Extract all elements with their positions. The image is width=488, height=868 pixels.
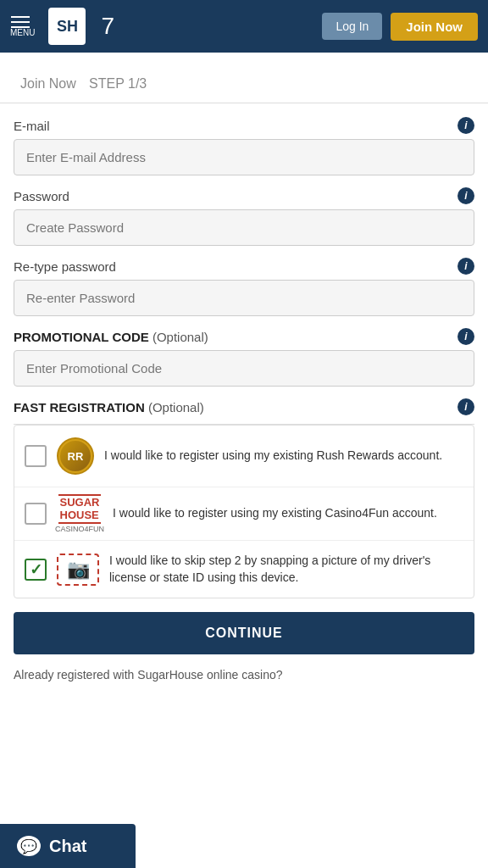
rush-rewards-checkbox[interactable] — [25, 445, 47, 467]
menu-label: MENU — [10, 28, 35, 37]
password-label-row: Password i — [14, 187, 474, 204]
promo-code-label: PROMOTIONAL CODE (Optional) — [14, 330, 208, 344]
rush-rewards-logo: RR — [57, 437, 94, 475]
logo-text: SH — [57, 18, 78, 36]
email-label-row: E-mail i — [14, 117, 474, 134]
retype-password-label-row: Re-type password i — [14, 258, 474, 275]
fast-registration-info-icon[interactable]: i — [458, 398, 474, 415]
fast-registration-label-row: FAST REGISTRATION (Optional) i — [0, 398, 488, 415]
logo: SH — [48, 8, 86, 45]
retype-password-label: Re-type password — [14, 259, 116, 274]
promo-code-field-group: PROMOTIONAL CODE (Optional) i — [14, 328, 474, 387]
password-input[interactable] — [14, 209, 474, 246]
email-label: E-mail — [14, 119, 50, 133]
camera-icon: 📷 — [57, 554, 99, 586]
casino4fun-checkbox[interactable] — [25, 503, 47, 525]
registration-form: E-mail i Password i Re-type password i P… — [0, 103, 488, 387]
casino4fun-option[interactable]: SUGARHOUSE CASINO4FUN I would like to re… — [14, 487, 474, 541]
promo-code-label-row: PROMOTIONAL CODE (Optional) i — [14, 328, 474, 345]
email-info-icon[interactable]: i — [458, 117, 474, 134]
fast-registration-options: RR I would like to register using my exi… — [14, 425, 474, 598]
login-button[interactable]: Log In — [322, 13, 382, 40]
chat-label: Chat — [49, 837, 86, 856]
casino4fun-text: I would like to register using my existi… — [113, 505, 437, 522]
email-input[interactable] — [14, 139, 474, 175]
password-field-group: Password i — [14, 187, 474, 246]
continue-button[interactable]: CONTINUE — [14, 612, 474, 654]
retype-password-field-group: Re-type password i — [14, 258, 474, 316]
header: MENU SH 7 Log In Join Now — [0, 0, 488, 53]
page-title-section: Join Now STEP 1/3 — [0, 53, 488, 103]
page-title: Join Now STEP 1/3 — [14, 68, 474, 94]
rush-rewards-text: I would like to register using my existi… — [104, 448, 442, 465]
bottom-text: Already registered with SugarHouse onlin… — [0, 654, 488, 749]
password-label: Password — [14, 189, 69, 203]
rush-rewards-option[interactable]: RR I would like to register using my exi… — [14, 426, 474, 487]
retype-password-info-icon[interactable]: i — [458, 258, 474, 275]
promo-code-info-icon[interactable]: i — [458, 328, 474, 345]
continue-button-wrapper: CONTINUE — [0, 598, 488, 654]
sugarhouse-logo: SUGARHOUSE CASINO4FUN — [57, 499, 103, 528]
menu-button[interactable]: MENU — [10, 16, 35, 37]
promo-code-input[interactable] — [14, 350, 474, 387]
join-now-header-button[interactable]: Join Now — [391, 13, 478, 41]
skip-step2-text: I would like to skip step 2 by snapping … — [109, 553, 463, 586]
skip-step2-option[interactable]: ✓ 📷 I would like to skip step 2 by snapp… — [14, 541, 474, 598]
chat-bubble-icon: 💬 — [17, 836, 41, 856]
fast-registration-label: FAST REGISTRATION (Optional) — [14, 400, 204, 415]
skip-step2-checkbox[interactable]: ✓ — [25, 559, 47, 581]
password-info-icon[interactable]: i — [458, 187, 474, 204]
lucky7-symbol: 7 — [101, 13, 114, 40]
chat-button[interactable]: 💬 Chat — [0, 824, 136, 868]
hamburger-icon — [11, 16, 30, 28]
checkmark-icon: ✓ — [30, 560, 42, 579]
email-field-group: E-mail i — [14, 117, 474, 175]
retype-password-input[interactable] — [14, 280, 474, 316]
